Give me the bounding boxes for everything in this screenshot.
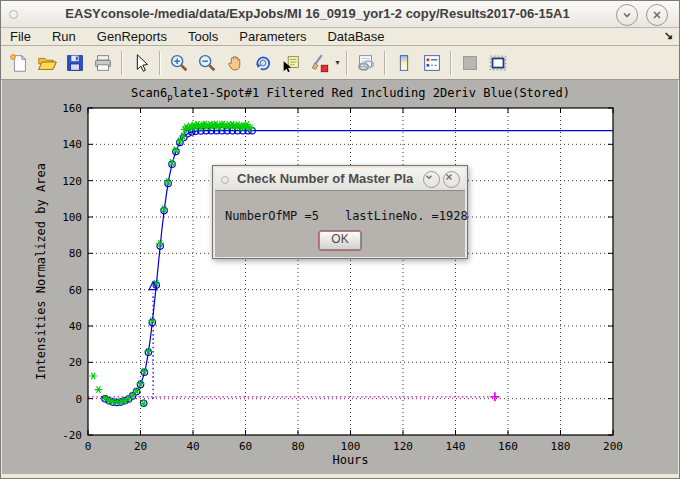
svg-text:140: 140 [446, 440, 466, 453]
link-plot-button[interactable] [353, 50, 379, 76]
window-titlebar: EASYconsole-/media/data/ExpJobs/MI 16_09… [1, 1, 679, 28]
chevron-down-icon [621, 9, 633, 21]
axes-view-icon [487, 52, 509, 74]
svg-text:0: 0 [75, 393, 82, 406]
menu-tools[interactable]: Tools [180, 29, 226, 44]
chart-canvas: 020406080100120140160180200-200204060801… [2, 80, 679, 474]
pointer-tool-button[interactable] [128, 50, 154, 76]
open-file-button[interactable] [34, 50, 60, 76]
tools-disabled-button [457, 50, 483, 76]
link-icon [355, 52, 377, 74]
menu-genreports[interactable]: GenReports [89, 29, 175, 44]
toolbar-separator [450, 51, 452, 75]
insert-legend-button[interactable] [419, 50, 445, 76]
close-icon [651, 9, 663, 21]
legend-icon [421, 52, 443, 74]
svg-text:80: 80 [291, 440, 304, 453]
data-cursor-button[interactable] [278, 50, 304, 76]
svg-text:80: 80 [69, 247, 82, 260]
svg-text:Intensities Normalized by Area: Intensities Normalized by Area [34, 163, 48, 380]
window-title: EASYconsole-/media/data/ExpJobs/MI 16_09… [26, 1, 609, 27]
pan-button[interactable] [222, 50, 248, 76]
svg-text:100: 100 [62, 211, 82, 224]
menu-database[interactable]: DataBase [319, 29, 392, 44]
dialog-window: Check Number of Master Pla NumberOfMP =5… [212, 165, 468, 259]
svg-text:40: 40 [69, 320, 82, 333]
save-icon [64, 52, 86, 74]
axes-view-button[interactable] [485, 50, 511, 76]
dialog-body: NumberOfMP =5 lastLineNo. =1928 OK [215, 191, 465, 257]
minimize-button[interactable] [616, 4, 638, 26]
chevron-down-icon [424, 172, 434, 182]
figure-area: 020406080100120140160180200-200204060801… [1, 80, 679, 478]
svg-text:60: 60 [69, 284, 82, 297]
svg-text:100: 100 [341, 440, 361, 453]
brush-icon [308, 52, 330, 74]
figure-background: 020406080100120140160180200-200204060801… [2, 80, 678, 474]
svg-text:200: 200 [603, 440, 623, 453]
svg-text:120: 120 [62, 175, 82, 188]
dialog-title: Check Number of Master Pla [237, 168, 419, 190]
save-button[interactable] [62, 50, 88, 76]
zoom-in-button[interactable] [166, 50, 192, 76]
close-icon [444, 172, 454, 182]
brush-dropdown-caret[interactable]: ▾ [333, 50, 342, 76]
new-file-button[interactable] [6, 50, 32, 76]
svg-text:-20: -20 [62, 429, 82, 442]
svg-text:180: 180 [551, 440, 571, 453]
toolbar-separator [346, 51, 348, 75]
colorbar-icon [393, 52, 415, 74]
data-cursor-icon [280, 52, 302, 74]
new-file-icon [8, 52, 30, 74]
dialog-titlebar: Check Number of Master Pla [215, 168, 465, 191]
insert-colorbar-button[interactable] [391, 50, 417, 76]
hand-icon [224, 52, 246, 74]
svg-text:120: 120 [393, 440, 413, 453]
pointer-icon [130, 52, 152, 74]
close-button[interactable] [646, 4, 668, 26]
window-menu-icon [9, 10, 18, 19]
app-window: EASYconsole-/media/data/ExpJobs/MI 16_09… [0, 0, 680, 479]
dialog-message-lastlineno: lastLineNo. =1928 [345, 209, 468, 223]
toolbar-separator [121, 51, 123, 75]
dialog-minimize-button[interactable] [423, 171, 440, 188]
open-folder-icon [36, 52, 58, 74]
svg-text:0: 0 [85, 440, 92, 453]
menubar: File Run GenReports Tools Parameters Dat… [1, 28, 679, 46]
menu-parameters[interactable]: Parameters [231, 29, 314, 44]
dialog-message-numberofmp: NumberOfMP =5 [225, 209, 319, 223]
dialog-close-button[interactable] [443, 171, 460, 188]
svg-text:160: 160 [498, 440, 518, 453]
zoom-in-icon [168, 52, 190, 74]
brush-button[interactable] [306, 50, 332, 76]
rotate-3d-button[interactable] [250, 50, 276, 76]
dialog-menu-icon [221, 176, 229, 184]
ok-button[interactable]: OK [319, 231, 361, 250]
svg-text:Scan6plate1-Spot#1 Filtered Re: Scan6plate1-Spot#1 Filtered Red Includin… [131, 86, 570, 102]
dialog-message: NumberOfMP =5 lastLineNo. =1928 [225, 209, 468, 223]
svg-text:160: 160 [62, 102, 82, 115]
menu-overflow-icon[interactable]: ↘ [664, 29, 673, 42]
zoom-out-icon [196, 52, 218, 74]
toolbar-separator [159, 51, 161, 75]
menu-file[interactable]: File [2, 29, 39, 44]
print-button[interactable] [90, 50, 116, 76]
svg-text:20: 20 [69, 356, 82, 369]
svg-text:140: 140 [62, 138, 82, 151]
svg-text:60: 60 [239, 440, 252, 453]
svg-text:20: 20 [134, 440, 147, 453]
toolbar-separator [384, 51, 386, 75]
rotate-icon [252, 52, 274, 74]
toolbar: ▾ [1, 46, 679, 80]
menu-run[interactable]: Run [44, 29, 84, 44]
svg-text:40: 40 [186, 440, 199, 453]
svg-text:Hours: Hours [332, 453, 368, 467]
zoom-out-button[interactable] [194, 50, 220, 76]
disabled-square-icon [459, 52, 481, 74]
print-icon [92, 52, 114, 74]
